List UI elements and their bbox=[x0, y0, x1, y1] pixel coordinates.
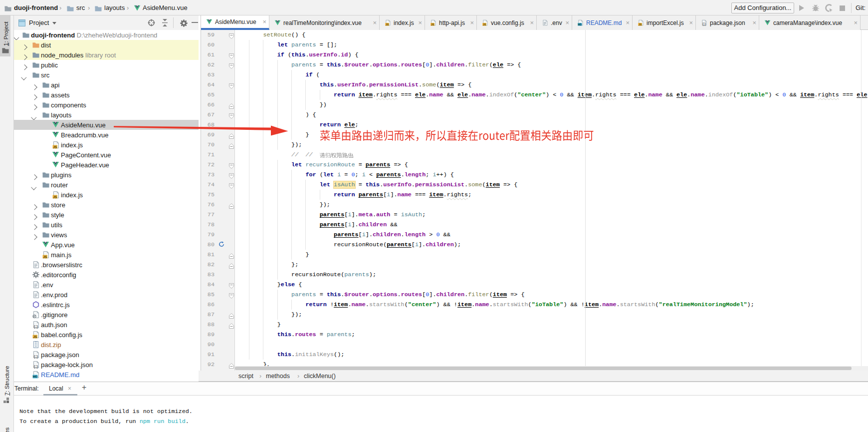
svg-text:JS: JS bbox=[33, 335, 37, 339]
svg-text:MD: MD bbox=[578, 23, 582, 26]
svg-text:{;}: {;} bbox=[34, 364, 38, 369]
svg-text:{;}: {;} bbox=[34, 354, 38, 359]
svg-text:JS: JS bbox=[639, 23, 642, 26]
svg-text:JS: JS bbox=[53, 195, 57, 199]
svg-text:JS: JS bbox=[53, 145, 57, 149]
svg-text:{;}: {;} bbox=[702, 22, 706, 26]
svg-text:JS: JS bbox=[43, 255, 47, 259]
svg-text:{;}: {;} bbox=[34, 324, 38, 329]
svg-text:JS: JS bbox=[386, 23, 389, 26]
svg-text:MD: MD bbox=[33, 375, 38, 378]
svg-text:JS: JS bbox=[431, 23, 434, 26]
svg-text:JS: JS bbox=[483, 23, 486, 26]
